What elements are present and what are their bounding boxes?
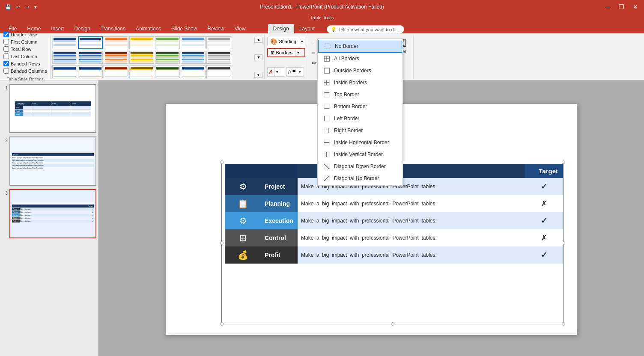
undo-button[interactable]: ↩ xyxy=(15,3,22,11)
gallery-item[interactable] xyxy=(104,65,128,78)
gallery-item[interactable] xyxy=(78,51,103,64)
tab-insert[interactable]: Insert xyxy=(46,24,69,33)
gallery-row-1 xyxy=(52,36,253,49)
slide-number-2: 2 xyxy=(2,138,8,143)
gallery-item[interactable] xyxy=(104,36,128,49)
handle-br[interactable] xyxy=(562,322,565,326)
slide-thumbnail-2[interactable]: 2 Target Make a big impact with professi… xyxy=(2,136,96,186)
gallery-item[interactable] xyxy=(206,51,231,64)
borders-button[interactable]: ⊞ Borders ▾ xyxy=(267,48,305,57)
tab-review[interactable]: Review xyxy=(202,24,229,33)
shading-main[interactable]: 🎨 Shading xyxy=(268,37,299,46)
tab-transitions[interactable]: Transitions xyxy=(95,24,131,33)
redo-button[interactable]: ↪ xyxy=(24,3,31,11)
menu-item-outside-borders[interactable]: Outside Borders xyxy=(318,65,402,77)
tell-me-input[interactable]: 💡 Tell me what you want to do... xyxy=(327,25,404,33)
restore-button[interactable]: ❐ xyxy=(616,3,627,10)
minimize-button[interactable]: ─ xyxy=(603,3,613,10)
handle-tl[interactable] xyxy=(220,160,224,164)
gallery-scroll-down[interactable]: ▼ xyxy=(254,54,262,60)
close-button[interactable]: ✕ xyxy=(630,3,641,10)
text-highlight-button[interactable]: A ▀ ▾ xyxy=(286,67,304,77)
gallery-item[interactable] xyxy=(129,51,154,64)
banded-columns-checkbox[interactable] xyxy=(3,68,9,74)
gallery-item[interactable] xyxy=(181,65,206,78)
menu-item-bottom-border[interactable]: Bottom Border xyxy=(318,101,402,113)
gallery-item[interactable] xyxy=(129,36,154,49)
menu-item-diagonal-down[interactable]: Diagonal Down Border xyxy=(318,160,402,172)
menu-item-left-border[interactable]: Left Border xyxy=(318,113,402,125)
menu-item-inside-vertical[interactable]: Inside Vertical Border xyxy=(318,148,402,160)
slide-image-1[interactable]: CategoryCat1Cat2Cat3 Row1 Row2 Row3 xyxy=(9,84,96,133)
shading-icon: 🎨 xyxy=(270,38,277,45)
slide-image-3[interactable]: Target Project Make a big impact... ✓ Pl… xyxy=(9,189,96,238)
execution-target: ✓ xyxy=(525,212,563,229)
tab-slideshow[interactable]: Slide Show xyxy=(166,24,202,33)
gallery-item[interactable] xyxy=(181,36,206,49)
tab-layout[interactable]: Layout xyxy=(294,24,320,33)
banded-rows-checkbox[interactable] xyxy=(3,61,9,66)
gallery-item[interactable] xyxy=(78,65,103,78)
gallery-item[interactable] xyxy=(52,51,77,64)
handle-tr[interactable] xyxy=(562,160,565,164)
gallery-item[interactable] xyxy=(155,36,180,49)
last-column-checkbox[interactable] xyxy=(3,53,9,59)
text-effects-main[interactable]: A xyxy=(268,68,274,76)
slide-image-2[interactable]: Target Make a big impact with profession… xyxy=(9,136,96,186)
menu-item-all-borders[interactable]: All Borders xyxy=(318,53,402,65)
menu-item-diagonal-up[interactable]: Diagonal Up Border xyxy=(318,172,402,184)
shading-button[interactable]: 🎨 Shading ▾ xyxy=(267,37,305,46)
handle-ml[interactable] xyxy=(220,241,224,245)
gallery-more[interactable]: ▾ xyxy=(254,72,262,78)
tab-design-table[interactable]: Design xyxy=(268,24,294,33)
menu-item-no-border[interactable]: No Border xyxy=(318,40,402,53)
execution-label: Execution xyxy=(261,212,298,229)
customize-qat-button[interactable]: ▾ xyxy=(33,3,39,11)
menu-item-inside-horizontal[interactable]: Inside Horizontal Border xyxy=(318,136,402,148)
control-label: Control xyxy=(261,229,298,246)
tab-design-main[interactable]: Design xyxy=(69,24,95,33)
gallery-scroll-up[interactable]: ▲ xyxy=(254,37,262,43)
right-border-icon xyxy=(323,127,331,134)
gallery-item[interactable] xyxy=(155,51,180,64)
menu-item-top-border[interactable]: Top Border xyxy=(318,89,402,101)
first-column-checkbox[interactable] xyxy=(3,39,9,44)
text-highlight-main[interactable]: A ▀ xyxy=(286,68,297,76)
borders-dropdown-arrow[interactable]: ▾ xyxy=(295,50,301,56)
quick-access-toolbar: 💾 ↩ ↪ ▾ xyxy=(3,3,39,11)
outside-borders-icon xyxy=(323,67,331,74)
gallery-item[interactable] xyxy=(206,65,231,78)
shading-dropdown-arrow[interactable]: ▾ xyxy=(299,39,305,44)
gallery-item[interactable] xyxy=(104,51,128,64)
handle-bl[interactable] xyxy=(220,322,224,326)
gallery-row-2 xyxy=(52,51,253,64)
tab-view[interactable]: View xyxy=(230,24,251,33)
profit-icon-cell: 💰 xyxy=(225,246,261,264)
svg-line-21 xyxy=(324,164,329,169)
project-target: ✓ xyxy=(525,178,563,195)
header-row-checkbox[interactable] xyxy=(3,32,9,37)
text-effects-arrow[interactable]: ▾ xyxy=(274,69,280,75)
text-effects-button[interactable]: A ▾ xyxy=(267,67,285,77)
inside-borders-icon xyxy=(323,79,331,86)
save-button[interactable]: 💾 xyxy=(3,3,13,11)
gallery-item[interactable] xyxy=(155,65,180,78)
tab-animations[interactable]: Animations xyxy=(131,24,166,33)
menu-label-inside-vertical: Inside Vertical Border xyxy=(334,151,383,157)
handle-bc[interactable] xyxy=(391,322,394,326)
borders-main[interactable]: ⊞ Borders xyxy=(268,49,295,56)
slide-thumbnail-1[interactable]: 1 CategoryCat1Cat2Cat3 Row1 Row2 Row3 xyxy=(2,84,96,133)
gallery-item[interactable] xyxy=(52,36,77,49)
gallery-item[interactable] xyxy=(129,65,154,78)
table-styles-gallery[interactable]: ▲ ▼ ▾ Table Styles xyxy=(51,35,265,78)
gallery-item[interactable] xyxy=(206,36,231,49)
slide-thumbnail-3[interactable]: 3 Target Project Make a big impact... ✓ … xyxy=(2,189,96,238)
svg-rect-4 xyxy=(324,68,329,73)
gallery-item[interactable] xyxy=(52,65,77,78)
gallery-item[interactable] xyxy=(181,51,206,64)
total-row-checkbox[interactable] xyxy=(3,46,9,52)
menu-item-inside-borders[interactable]: Inside Borders xyxy=(318,77,402,89)
menu-item-right-border[interactable]: Right Border xyxy=(318,125,402,136)
gallery-item[interactable] xyxy=(78,36,103,49)
text-highlight-arrow[interactable]: ▾ xyxy=(297,69,303,75)
